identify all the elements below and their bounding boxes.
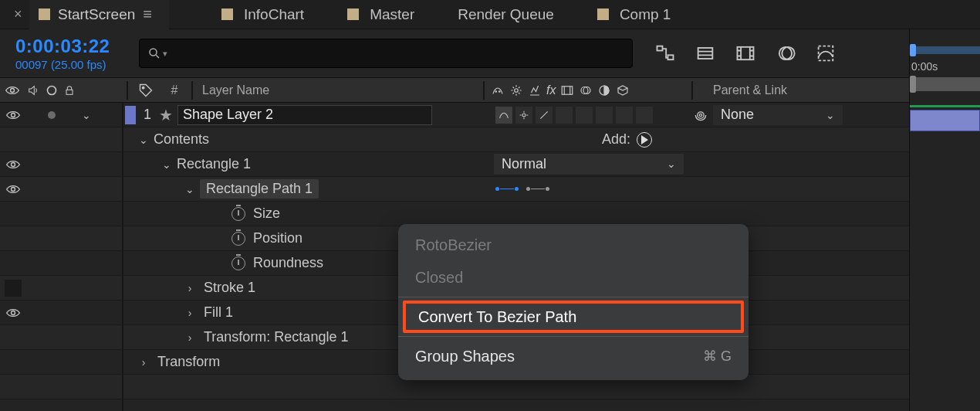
fx-icon[interactable]: fx [546, 83, 556, 97]
property-row-size[interactable]: Size [0, 202, 909, 226]
twirl-right-icon[interactable]: › [137, 356, 150, 369]
twirl-down-icon[interactable]: ⌄ [161, 158, 173, 171]
parent-dropdown[interactable]: None⌄ [713, 105, 843, 125]
parent-value: None [721, 107, 754, 123]
svg-rect-11 [66, 90, 73, 94]
adjustment-switch[interactable] [616, 107, 633, 124]
layer-name-field[interactable]: Shape Layer 2 [177, 105, 432, 125]
property-row-rectangle1[interactable]: ⌄ Rectangle 1 Normal⌄ [0, 152, 909, 177]
pickwhip-icon[interactable] [693, 107, 708, 123]
label-color[interactable] [125, 106, 136, 124]
audio-column-icon[interactable] [26, 84, 40, 97]
empty-row [0, 399, 909, 411]
shy-icon[interactable] [491, 83, 505, 97]
frame-blend-icon[interactable] [735, 42, 756, 64]
property-label: Stroke 1 [204, 280, 255, 296]
visibility-toggle[interactable] [5, 107, 22, 124]
index-column-header[interactable]: # [161, 83, 188, 97]
svg-point-6 [779, 47, 792, 59]
panel-menu-icon[interactable]: ≡ [143, 5, 152, 23]
twirl-down-icon[interactable]: ⌄ [80, 109, 93, 121]
collapse-switch[interactable] [515, 107, 532, 124]
visibility-toggle[interactable] [5, 304, 22, 321]
property-row-rectpath1[interactable]: ⌄ Rectangle Path 1 [0, 177, 909, 202]
twirl-down-icon[interactable]: ⌄ [137, 134, 150, 146]
three-d-switch[interactable] [636, 107, 653, 124]
svg-point-0 [150, 49, 157, 56]
comp-color-swatch [597, 8, 609, 20]
svg-line-1 [156, 55, 159, 58]
collapse-icon[interactable] [509, 83, 523, 97]
switches-column-header: fx [488, 83, 688, 97]
menu-item-convert-bezier[interactable]: Convert To Bezier Path [403, 301, 744, 333]
column-header: # Layer Name fx Parent & Link [0, 78, 909, 103]
tab-label: Master [370, 6, 414, 23]
twirl-right-icon[interactable]: › [184, 307, 196, 319]
search-icon [147, 46, 161, 60]
tab-label: InfoChart [244, 6, 304, 23]
stopwatch-icon[interactable] [231, 232, 245, 246]
visibility-column-icon[interactable] [5, 85, 20, 96]
tab-startscreen[interactable]: StartScreen ≡ [29, 0, 169, 29]
parent-column-header[interactable]: Parent & Link [696, 83, 909, 97]
tab-label: StartScreen [58, 6, 135, 23]
comp-flowchart-icon[interactable] [654, 42, 676, 64]
work-area-bar[interactable] [910, 46, 980, 54]
blend-mode-value: Normal [502, 156, 546, 172]
blend-mode-dropdown[interactable]: Normal⌄ [494, 154, 684, 175]
add-shape-button[interactable]: Add: [602, 131, 652, 148]
time-ruler-label: 0:00s [911, 60, 938, 73]
graph-editor-icon[interactable] [815, 42, 836, 64]
stopwatch-icon[interactable] [231, 207, 245, 221]
close-tab-icon[interactable]: × [14, 6, 29, 22]
solo-dot[interactable] [46, 110, 57, 121]
lock-column-icon[interactable] [63, 83, 76, 97]
tab-comp1[interactable]: Comp 1 [576, 6, 693, 23]
fx-switch[interactable] [556, 107, 573, 124]
property-label: Size [253, 206, 280, 222]
label-column-icon[interactable] [131, 83, 161, 98]
playhead-icon[interactable] [910, 44, 916, 56]
menu-item-group-shapes[interactable]: Group Shapes⌘ G [398, 340, 749, 372]
shy-switch[interactable] [495, 107, 512, 124]
motionblur-switch[interactable] [596, 107, 613, 124]
tab-infochart[interactable]: InfoChart [200, 6, 326, 23]
timeline-toolbar [654, 42, 836, 64]
visibility-toggle[interactable] [5, 156, 22, 173]
timecode-sub: 00097 (25.00 fps) [15, 58, 127, 71]
current-time[interactable]: 0:00:03:22 00097 (25.00 fps) [15, 36, 127, 71]
twirl-down-icon[interactable]: ⌄ [184, 183, 196, 195]
layer-row[interactable]: ⌄ 1 ★ Shape Layer 2 None⌄ [0, 103, 909, 127]
mini-timeline[interactable]: 0:00s [909, 29, 980, 411]
twirl-right-icon[interactable]: › [184, 331, 196, 344]
visibility-toggle[interactable] [5, 280, 22, 297]
solo-column-icon[interactable] [46, 85, 57, 96]
motion-blur-col-icon[interactable] [579, 83, 593, 97]
frameblend-switch[interactable] [576, 107, 593, 124]
visibility-toggle[interactable] [5, 181, 22, 198]
menu-item-label: RotoBezier [415, 236, 492, 254]
adjustment-icon[interactable] [597, 83, 611, 97]
layer-bar[interactable] [910, 110, 980, 131]
path-type-indicator[interactable] [495, 187, 549, 191]
frame-blend-col-icon[interactable] [560, 83, 574, 97]
property-label: Rectangle 1 [177, 156, 251, 172]
tab-master[interactable]: Master [326, 6, 436, 23]
draft3d-icon[interactable] [694, 42, 716, 64]
svg-point-22 [522, 114, 525, 117]
property-row-contents[interactable]: ⌄ Contents Add: [0, 127, 909, 152]
zoom-bar[interactable] [910, 77, 980, 91]
svg-point-12 [142, 87, 144, 89]
svg-point-15 [515, 88, 519, 92]
tab-renderqueue[interactable]: Render Queue [436, 6, 576, 23]
stopwatch-icon[interactable] [231, 256, 245, 270]
quality-icon[interactable] [528, 83, 542, 97]
menu-item-label: Convert To Bezier Path [418, 308, 576, 326]
quality-switch[interactable] [536, 107, 553, 124]
motion-blur-icon[interactable] [775, 42, 796, 64]
three-d-icon[interactable] [616, 83, 630, 97]
zoom-handle[interactable] [910, 76, 916, 93]
twirl-right-icon[interactable]: › [184, 282, 196, 294]
layer-name-column-header[interactable]: Layer Name [196, 83, 480, 97]
search-input[interactable]: ▾ [139, 39, 633, 68]
